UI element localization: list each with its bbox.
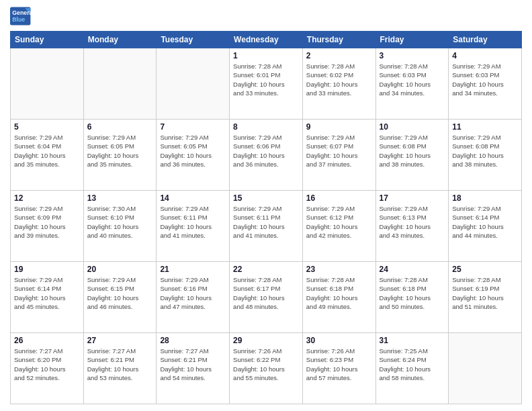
day-number: 31	[380, 336, 445, 345]
day-info: Sunrise: 7:27 AM Sunset: 6:20 PM Dayligh…	[14, 347, 80, 382]
day-info: Sunrise: 7:28 AM Sunset: 6:01 PM Dayligh…	[233, 62, 299, 97]
calendar-cell	[11, 48, 84, 120]
day-number: 2	[306, 51, 372, 60]
calendar-cell: 15Sunrise: 7:29 AM Sunset: 6:11 PM Dayli…	[230, 191, 303, 262]
svg-text:Blue: Blue	[12, 16, 25, 23]
day-info: Sunrise: 7:25 AM Sunset: 6:24 PM Dayligh…	[380, 347, 445, 382]
calendar-week-2: 5Sunrise: 7:29 AM Sunset: 6:04 PM Daylig…	[11, 120, 522, 191]
calendar-cell: 19Sunrise: 7:29 AM Sunset: 6:14 PM Dayli…	[11, 262, 84, 333]
calendar-cell: 10Sunrise: 7:29 AM Sunset: 6:08 PM Dayli…	[375, 120, 449, 191]
day-info: Sunrise: 7:28 AM Sunset: 6:03 PM Dayligh…	[380, 62, 445, 97]
day-info: Sunrise: 7:27 AM Sunset: 6:21 PM Dayligh…	[87, 347, 153, 382]
calendar-cell: 29Sunrise: 7:26 AM Sunset: 6:22 PM Dayli…	[230, 333, 303, 404]
day-info: Sunrise: 7:26 AM Sunset: 6:22 PM Dayligh…	[233, 347, 299, 382]
day-info: Sunrise: 7:26 AM Sunset: 6:23 PM Dayligh…	[306, 347, 372, 382]
col-header-wednesday: Wednesday	[230, 32, 303, 48]
day-number: 12	[14, 193, 80, 203]
calendar-cell: 9Sunrise: 7:29 AM Sunset: 6:07 PM Daylig…	[302, 120, 375, 191]
calendar-week-1: 1Sunrise: 7:28 AM Sunset: 6:01 PM Daylig…	[11, 48, 522, 120]
day-info: Sunrise: 7:28 AM Sunset: 6:19 PM Dayligh…	[452, 275, 518, 311]
day-info: Sunrise: 7:29 AM Sunset: 6:09 PM Dayligh…	[14, 204, 80, 240]
day-number: 23	[306, 265, 372, 274]
day-number: 26	[14, 336, 80, 345]
calendar-cell: 20Sunrise: 7:29 AM Sunset: 6:15 PM Dayli…	[83, 262, 157, 333]
calendar-cell: 22Sunrise: 7:28 AM Sunset: 6:17 PM Dayli…	[230, 262, 303, 333]
day-number: 1	[233, 51, 299, 60]
day-number: 19	[14, 265, 80, 274]
day-info: Sunrise: 7:29 AM Sunset: 6:08 PM Dayligh…	[380, 133, 445, 169]
calendar-cell	[157, 48, 230, 120]
day-info: Sunrise: 7:28 AM Sunset: 6:18 PM Dayligh…	[306, 275, 372, 311]
day-number: 18	[452, 193, 518, 203]
col-header-sunday: Sunday	[11, 32, 84, 48]
day-info: Sunrise: 7:29 AM Sunset: 6:13 PM Dayligh…	[380, 204, 445, 240]
page: General Blue SundayMondayTuesdayWednesda…	[0, 0, 532, 411]
calendar-cell: 7Sunrise: 7:29 AM Sunset: 6:05 PM Daylig…	[157, 120, 230, 191]
calendar-cell: 4Sunrise: 7:29 AM Sunset: 6:03 PM Daylig…	[449, 48, 522, 120]
col-header-saturday: Saturday	[449, 32, 522, 48]
calendar-cell: 1Sunrise: 7:28 AM Sunset: 6:01 PM Daylig…	[230, 48, 303, 120]
day-info: Sunrise: 7:29 AM Sunset: 6:12 PM Dayligh…	[306, 204, 372, 240]
day-info: Sunrise: 7:29 AM Sunset: 6:14 PM Dayligh…	[14, 275, 80, 311]
calendar-cell: 24Sunrise: 7:28 AM Sunset: 6:18 PM Dayli…	[375, 262, 449, 333]
day-number: 5	[14, 122, 80, 132]
calendar-cell: 12Sunrise: 7:29 AM Sunset: 6:09 PM Dayli…	[11, 191, 84, 262]
calendar-cell: 21Sunrise: 7:29 AM Sunset: 6:16 PM Dayli…	[157, 262, 230, 333]
calendar-cell: 14Sunrise: 7:29 AM Sunset: 6:11 PM Dayli…	[157, 191, 230, 262]
col-header-tuesday: Tuesday	[157, 32, 230, 48]
calendar-cell: 16Sunrise: 7:29 AM Sunset: 6:12 PM Dayli…	[302, 191, 375, 262]
day-number: 3	[380, 51, 445, 60]
day-number: 16	[306, 193, 372, 203]
day-info: Sunrise: 7:29 AM Sunset: 6:04 PM Dayligh…	[14, 133, 80, 169]
day-number: 25	[452, 265, 518, 274]
day-number: 27	[87, 336, 153, 345]
day-info: Sunrise: 7:29 AM Sunset: 6:16 PM Dayligh…	[160, 275, 226, 311]
day-number: 24	[380, 265, 445, 274]
calendar-week-5: 26Sunrise: 7:27 AM Sunset: 6:20 PM Dayli…	[11, 333, 522, 404]
day-number: 6	[87, 122, 153, 132]
col-header-friday: Friday	[375, 32, 449, 48]
day-number: 30	[306, 336, 372, 345]
day-info: Sunrise: 7:28 AM Sunset: 6:18 PM Dayligh…	[380, 275, 445, 311]
calendar-week-3: 12Sunrise: 7:29 AM Sunset: 6:09 PM Dayli…	[11, 191, 522, 262]
day-number: 28	[160, 336, 226, 345]
day-info: Sunrise: 7:29 AM Sunset: 6:15 PM Dayligh…	[87, 275, 153, 311]
day-number: 9	[306, 122, 372, 132]
day-number: 17	[380, 193, 445, 203]
svg-text:General: General	[12, 9, 32, 16]
day-number: 11	[452, 122, 518, 132]
day-number: 20	[87, 265, 153, 274]
day-info: Sunrise: 7:29 AM Sunset: 6:06 PM Dayligh…	[233, 133, 299, 169]
calendar-cell: 18Sunrise: 7:29 AM Sunset: 6:14 PM Dayli…	[449, 191, 522, 262]
day-info: Sunrise: 7:27 AM Sunset: 6:21 PM Dayligh…	[160, 347, 226, 382]
calendar-cell: 5Sunrise: 7:29 AM Sunset: 6:04 PM Daylig…	[11, 120, 84, 191]
calendar-cell: 30Sunrise: 7:26 AM Sunset: 6:23 PM Dayli…	[302, 333, 375, 404]
day-info: Sunrise: 7:29 AM Sunset: 6:08 PM Dayligh…	[452, 133, 518, 169]
day-number: 15	[233, 193, 299, 203]
col-header-monday: Monday	[83, 32, 157, 48]
day-info: Sunrise: 7:29 AM Sunset: 6:11 PM Dayligh…	[160, 204, 226, 240]
day-number: 21	[160, 265, 226, 274]
day-info: Sunrise: 7:28 AM Sunset: 6:17 PM Dayligh…	[233, 275, 299, 311]
day-info: Sunrise: 7:29 AM Sunset: 6:07 PM Dayligh…	[306, 133, 372, 169]
calendar-cell: 6Sunrise: 7:29 AM Sunset: 6:05 PM Daylig…	[83, 120, 157, 191]
calendar-cell: 27Sunrise: 7:27 AM Sunset: 6:21 PM Dayli…	[83, 333, 157, 404]
day-number: 14	[160, 193, 226, 203]
day-number: 7	[160, 122, 226, 132]
day-info: Sunrise: 7:29 AM Sunset: 6:14 PM Dayligh…	[452, 204, 518, 240]
day-number: 8	[233, 122, 299, 132]
calendar-cell: 17Sunrise: 7:29 AM Sunset: 6:13 PM Dayli…	[375, 191, 449, 262]
calendar-table: SundayMondayTuesdayWednesdayThursdayFrid…	[10, 31, 522, 404]
logo: General Blue	[10, 7, 32, 26]
calendar-cell: 2Sunrise: 7:28 AM Sunset: 6:02 PM Daylig…	[302, 48, 375, 120]
day-info: Sunrise: 7:29 AM Sunset: 6:03 PM Dayligh…	[452, 62, 518, 97]
calendar-cell: 26Sunrise: 7:27 AM Sunset: 6:20 PM Dayli…	[11, 333, 84, 404]
calendar-cell: 28Sunrise: 7:27 AM Sunset: 6:21 PM Dayli…	[157, 333, 230, 404]
day-info: Sunrise: 7:29 AM Sunset: 6:11 PM Dayligh…	[233, 204, 299, 240]
logo-icon: General Blue	[10, 7, 32, 26]
day-number: 10	[380, 122, 445, 132]
day-info: Sunrise: 7:29 AM Sunset: 6:05 PM Dayligh…	[87, 133, 153, 169]
calendar-cell	[449, 333, 522, 404]
calendar-week-4: 19Sunrise: 7:29 AM Sunset: 6:14 PM Dayli…	[11, 262, 522, 333]
calendar-cell: 13Sunrise: 7:30 AM Sunset: 6:10 PM Dayli…	[83, 191, 157, 262]
